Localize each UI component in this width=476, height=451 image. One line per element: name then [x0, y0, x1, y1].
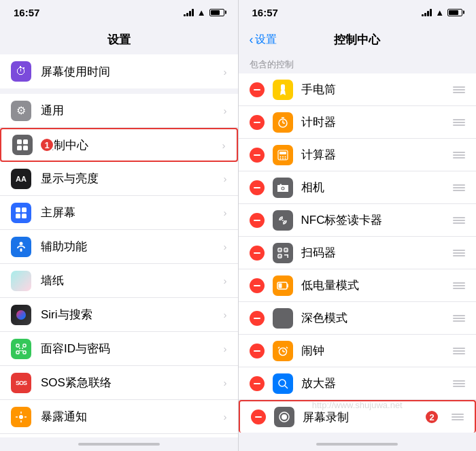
- status-bar-left: 16:57 ▲: [0, 0, 238, 24]
- row-battery[interactable]: 电池 ›: [0, 434, 238, 437]
- magnifier-drag-handle[interactable]: [453, 380, 465, 387]
- back-chevron-icon: ‹: [250, 33, 254, 47]
- cc-row-nfc[interactable]: NFC标签读卡器: [239, 204, 477, 237]
- remove-low-power-btn[interactable]: [250, 278, 265, 293]
- wallpaper-icon: [11, 271, 31, 291]
- cc-row-timer[interactable]: 计时器: [239, 106, 477, 139]
- screen-record-drag-handle[interactable]: [452, 414, 464, 420]
- cc-row-screen-record[interactable]: 屏幕录制 2: [239, 400, 477, 433]
- remove-timer-btn[interactable]: [250, 115, 265, 130]
- row-accessibility[interactable]: 辅助功能 ›: [0, 230, 238, 264]
- battery-icon-right: [447, 9, 462, 16]
- row-sos[interactable]: SOS SOS紧急联络 ›: [0, 366, 238, 400]
- cc-row-magnifier[interactable]: 放大器: [239, 367, 477, 400]
- cc-scroll[interactable]: 包含的控制 手电筒: [239, 54, 477, 437]
- nav-bar-right: ‹ 设置 控制中心: [239, 24, 477, 54]
- cc-row-alarm[interactable]: 闹钟: [239, 335, 477, 367]
- remove-nfc-btn[interactable]: [250, 213, 265, 228]
- cc-row-camera[interactable]: 相机: [239, 171, 477, 204]
- settings-group-1: ⏱ 屏幕使用时间 ›: [0, 54, 238, 88]
- nav-back-button[interactable]: ‹ 设置: [250, 33, 277, 47]
- wifi-icon: ▲: [197, 7, 206, 18]
- remove-screen-record-btn[interactable]: [251, 410, 266, 424]
- accessibility-chevron: ›: [224, 241, 227, 252]
- remove-camera-btn[interactable]: [250, 180, 265, 195]
- row-general[interactable]: ⚙ 通用 ›: [0, 94, 238, 128]
- camera-drag-handle[interactable]: [453, 184, 465, 191]
- accessibility-icon: [11, 237, 31, 257]
- right-nav-title: 控制中心: [334, 32, 380, 48]
- remove-magnifier-btn[interactable]: [250, 376, 265, 391]
- svg-line-60: [286, 347, 288, 348]
- svg-rect-7: [22, 214, 27, 218]
- remove-dark-mode-btn[interactable]: [250, 311, 265, 326]
- home-indicator-left: [0, 437, 238, 451]
- battery-icon: [209, 9, 224, 16]
- row-screen-time[interactable]: ⏱ 屏幕使用时间 ›: [0, 54, 238, 88]
- calculator-drag-handle[interactable]: [453, 152, 465, 158]
- status-bar-right: 16:57 ▲: [239, 0, 477, 24]
- svg-rect-6: [16, 214, 20, 218]
- screen-time-icon: ⏱: [11, 61, 31, 82]
- row-wallpaper[interactable]: 墙纸 ›: [0, 264, 238, 298]
- row-display[interactable]: AA 显示与亮度 ›: [0, 162, 238, 196]
- svg-rect-4: [16, 207, 20, 212]
- cc-row-low-power[interactable]: ! 低电量模式: [239, 269, 477, 302]
- nav-back-label: 设置: [255, 33, 277, 47]
- exposure-icon: [11, 407, 31, 427]
- dark-mode-label: 深色模式: [301, 310, 454, 326]
- svg-rect-1: [23, 139, 28, 144]
- control-center-badge: 1: [39, 137, 54, 152]
- signal-icon-right: [422, 8, 432, 16]
- cc-row-scanner[interactable]: 扫码器: [239, 237, 477, 269]
- status-icons-right: ▲: [422, 7, 462, 18]
- home-screen-icon: [11, 203, 31, 223]
- svg-rect-5: [22, 207, 27, 212]
- svg-rect-49: [279, 256, 281, 257]
- nav-bar-left: 设置: [0, 24, 238, 54]
- home-screen-chevron: ›: [224, 207, 227, 218]
- svg-point-36: [282, 156, 284, 157]
- timer-drag-handle[interactable]: [453, 119, 465, 126]
- display-chevron: ›: [224, 173, 227, 184]
- torch-drag-handle[interactable]: [453, 86, 465, 93]
- remove-torch-btn[interactable]: [250, 82, 265, 97]
- alarm-drag-handle[interactable]: [453, 348, 465, 354]
- cc-row-dark-mode[interactable]: 深色模式: [239, 302, 477, 335]
- timer-icon: [273, 112, 293, 133]
- row-exposure[interactable]: 暴露通知 ›: [0, 400, 238, 434]
- included-controls-group: 手电筒 计时器: [239, 73, 477, 433]
- magnifier-label: 放大器: [301, 375, 454, 391]
- screen-record-badge: 2: [424, 410, 439, 424]
- nfc-drag-handle[interactable]: [453, 217, 465, 224]
- remove-scanner-btn[interactable]: [250, 246, 265, 261]
- included-section-label: 包含的控制: [239, 54, 477, 73]
- screen-time-chevron: ›: [224, 66, 227, 78]
- row-siri[interactable]: Siri与搜索 ›: [0, 298, 238, 332]
- torch-icon: [273, 80, 293, 100]
- scanner-icon: [273, 243, 293, 263]
- status-time-left: 16:57: [14, 7, 39, 18]
- row-home-screen[interactable]: 主屏幕 ›: [0, 196, 238, 230]
- settings-scroll[interactable]: ⏱ 屏幕使用时间 › ⚙ 通用 ›: [0, 54, 238, 437]
- dark-mode-drag-handle[interactable]: [453, 315, 465, 322]
- remove-alarm-btn[interactable]: [250, 344, 265, 358]
- low-power-drag-handle[interactable]: [453, 282, 465, 289]
- control-center-icon: [12, 135, 33, 155]
- sos-chevron: ›: [224, 377, 227, 388]
- cc-row-torch[interactable]: 手电筒: [239, 73, 477, 106]
- scanner-drag-handle[interactable]: [453, 250, 465, 256]
- svg-point-38: [279, 158, 281, 159]
- camera-icon: [273, 178, 293, 198]
- row-control-center[interactable]: 控制中心 › 1: [0, 128, 238, 162]
- camera-label: 相机: [301, 180, 454, 195]
- exposure-label: 暴露通知: [41, 409, 224, 424]
- row-face-id[interactable]: 面容ID与密码 ›: [0, 332, 238, 366]
- svg-rect-55: [278, 283, 282, 288]
- low-power-label: 低电量模式: [301, 278, 454, 293]
- svg-rect-28: [281, 84, 285, 90]
- remove-calculator-btn[interactable]: [250, 148, 265, 163]
- face-id-label: 面容ID与密码: [41, 341, 224, 356]
- cc-row-calculator[interactable]: 计算器: [239, 139, 477, 171]
- left-panel: 16:57 ▲ 设置 ⏱ 屏幕使用时间 ›: [0, 0, 238, 451]
